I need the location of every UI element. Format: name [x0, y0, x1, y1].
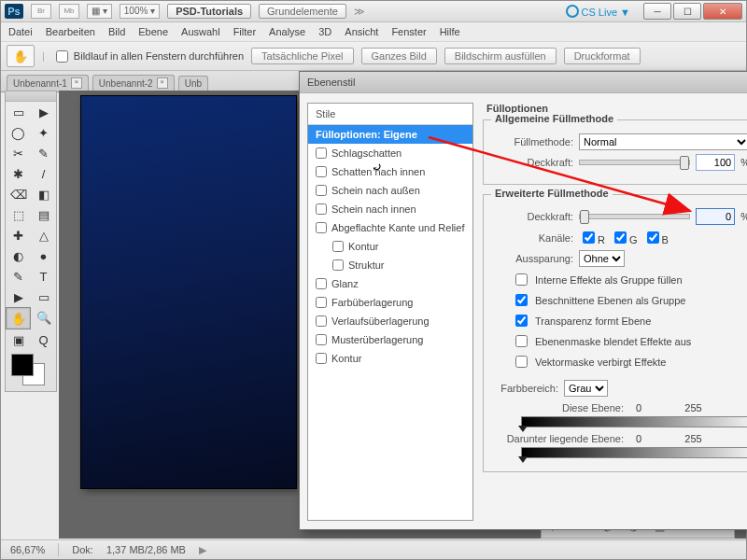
screen-mode-dropdown[interactable]: ▦ ▾ — [87, 4, 112, 19]
menu-hilfe[interactable]: Hilfe — [440, 26, 460, 37]
tool-12[interactable]: ✚ — [6, 225, 31, 245]
style-checkbox[interactable] — [316, 334, 327, 345]
style-item-3[interactable]: Schein nach außen — [308, 181, 472, 200]
blend-mode-select[interactable]: Normal — [579, 133, 747, 150]
tool-10[interactable]: ⬚ — [6, 204, 31, 225]
cslive-button[interactable]: CS Live ▼ — [566, 5, 630, 18]
style-checkbox[interactable] — [316, 315, 327, 327]
channel-r[interactable]: R — [579, 229, 605, 246]
tool-20[interactable]: ✋ — [6, 307, 31, 329]
tool-1[interactable]: ▶ — [31, 102, 56, 122]
style-checkbox[interactable] — [316, 278, 327, 289]
tool-7[interactable]: / — [31, 163, 56, 184]
tool-22[interactable]: ▣ — [6, 329, 31, 350]
workspace-tab-2[interactable]: Grundelemente — [259, 4, 346, 19]
menu-fenster[interactable]: Fenster — [391, 26, 426, 37]
style-item-0[interactable]: Fülloptionen: Eigene — [308, 125, 472, 144]
fill-opacity-slider[interactable] — [579, 214, 690, 219]
channel-b[interactable]: B — [643, 229, 669, 246]
foreground-swatch[interactable] — [11, 354, 34, 376]
style-item-11[interactable]: Musterüberlagerung — [308, 330, 472, 349]
document-canvas[interactable] — [81, 96, 296, 488]
doc-tab-2[interactable]: Unbenannt-2× — [92, 75, 175, 91]
style-item-6[interactable]: Kontur — [308, 237, 472, 256]
menu-datei[interactable]: Datei — [8, 26, 33, 37]
style-checkbox[interactable] — [316, 185, 327, 196]
under-layer-gradient[interactable] — [521, 447, 747, 458]
style-checkbox[interactable] — [316, 147, 327, 159]
opacity-input[interactable] — [696, 154, 735, 171]
scroll-all-checkbox[interactable]: Bildlauf in allen Fenstern durchführen — [52, 48, 244, 65]
tool-23[interactable]: Q — [31, 329, 56, 350]
tool-19[interactable]: ▭ — [31, 287, 56, 307]
style-checkbox[interactable] — [332, 241, 344, 252]
adv-check-2[interactable]: Transparenz formt Ebene — [512, 312, 747, 329]
this-layer-gradient[interactable] — [521, 416, 747, 427]
zoom-dropdown[interactable]: 100% ▾ — [120, 4, 160, 19]
menu-bearbeiten[interactable]: Bearbeiten — [46, 26, 95, 37]
style-checkbox[interactable] — [316, 222, 327, 233]
tool-0[interactable]: ▭ — [6, 102, 31, 122]
style-checkbox[interactable] — [316, 297, 327, 308]
style-item-7[interactable]: Struktur — [308, 256, 472, 274]
workspace-tab-1[interactable]: PSD-Tutorials — [167, 4, 251, 19]
menu-auswahl[interactable]: Auswahl — [181, 26, 220, 37]
style-item-9[interactable]: Farbüberlagerung — [308, 293, 472, 312]
minimize-button[interactable]: ─ — [643, 3, 671, 20]
menu-ebene[interactable]: Ebene — [138, 26, 168, 37]
menu-analyse[interactable]: Analyse — [269, 26, 305, 37]
opt-btn-fill-screen[interactable]: Bildschirm ausfüllen — [444, 48, 557, 64]
style-item-12[interactable]: Kontur — [308, 349, 472, 368]
style-checkbox[interactable] — [316, 203, 327, 215]
styles-header[interactable]: Stile — [308, 104, 472, 125]
menu-ansicht[interactable]: Ansicht — [345, 26, 378, 37]
menu-bild[interactable]: Bild — [108, 26, 125, 37]
opt-btn-actual-pixels[interactable]: Tatsächliche Pixel — [251, 48, 353, 64]
tool-16[interactable]: ✎ — [6, 266, 31, 287]
tool-4[interactable]: ✂ — [6, 143, 31, 163]
tool-18[interactable]: ▶ — [6, 287, 31, 307]
tool-6[interactable]: ✱ — [6, 163, 31, 184]
tool-9[interactable]: ◧ — [31, 184, 56, 204]
opt-btn-print-size[interactable]: Druckformat — [564, 48, 641, 64]
knockout-select[interactable]: Ohne — [579, 250, 625, 267]
doc-tab-1[interactable]: Unbenannt-1× — [7, 75, 89, 91]
style-item-2[interactable]: Schatten nach innen — [308, 162, 472, 181]
close-tab-icon[interactable]: × — [71, 77, 82, 89]
tool-14[interactable]: ◐ — [6, 245, 31, 266]
style-checkbox[interactable] — [316, 353, 327, 364]
style-item-10[interactable]: Verlaufsüberlagerung — [308, 312, 472, 330]
menu-filter[interactable]: Filter — [233, 26, 256, 37]
adv-check-0[interactable]: Interne Effekte als Gruppe füllen — [512, 271, 747, 288]
close-tab-icon[interactable]: × — [157, 77, 168, 89]
style-item-8[interactable]: Glanz — [308, 274, 472, 293]
opt-btn-fit-screen[interactable]: Ganzes Bild — [361, 48, 437, 64]
tool-5[interactable]: ✎ — [31, 143, 56, 163]
style-item-1[interactable]: Schlagschatten — [308, 144, 472, 162]
color-swatches[interactable] — [6, 350, 56, 391]
adv-check-4[interactable]: Vektormaske verbirgt Effekte — [512, 353, 747, 371]
tool-15[interactable]: ● — [31, 245, 56, 266]
maximize-button[interactable]: ☐ — [673, 3, 701, 20]
hand-tool-icon[interactable]: ✋ — [7, 45, 35, 67]
minibridge-icon[interactable]: Mb — [59, 4, 79, 19]
more-workspaces-icon[interactable]: ≫ — [354, 6, 365, 18]
adv-check-3[interactable]: Ebenenmaske blendet Effekte aus — [512, 332, 747, 350]
tool-2[interactable]: ◯ — [6, 122, 31, 143]
close-button[interactable]: ✕ — [703, 3, 742, 20]
menu-3d[interactable]: 3D — [318, 26, 331, 37]
style-item-5[interactable]: Abgeflachte Kante und Relief — [308, 218, 472, 237]
tool-8[interactable]: ⌫ — [6, 184, 31, 204]
doc-tab-3[interactable]: Unb — [178, 76, 208, 91]
blendif-select[interactable]: Grau — [564, 380, 608, 397]
tool-11[interactable]: ▤ — [31, 204, 56, 225]
style-item-4[interactable]: Schein nach innen — [308, 200, 472, 218]
fill-opacity-input[interactable] — [696, 208, 735, 225]
tool-17[interactable]: T — [31, 266, 56, 287]
tool-3[interactable]: ✦ — [31, 122, 56, 143]
status-zoom[interactable]: 66,67% — [10, 544, 45, 555]
channel-g[interactable]: G — [611, 229, 638, 246]
tool-21[interactable]: 🔍 — [31, 307, 56, 328]
tool-13[interactable]: △ — [31, 225, 56, 245]
bridge-icon[interactable]: Br — [31, 4, 51, 19]
